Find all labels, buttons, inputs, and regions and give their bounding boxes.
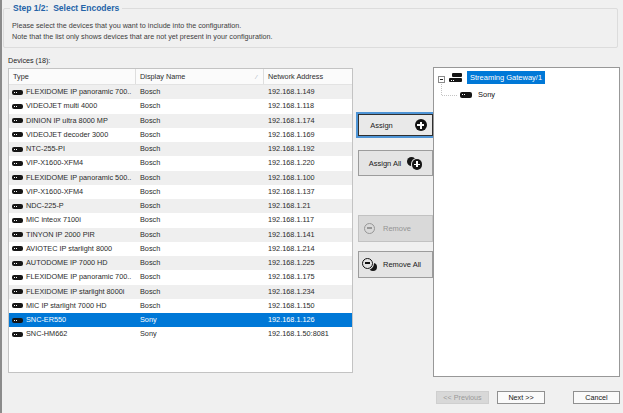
table-row[interactable]: FLEXIDOME IP panoramic 700..Bosch192.168… <box>9 270 352 284</box>
table-row[interactable]: NDC-225-PBosch192.168.1.21 <box>9 199 352 213</box>
device-type: MIC inteox 7100i <box>26 213 81 227</box>
device-type: VIP-X1600-XFM4 <box>26 185 83 199</box>
devices-table-body: FLEXIDOME IP panoramic 700..Bosch192.168… <box>9 85 352 342</box>
remove-button[interactable]: Remove <box>358 215 433 242</box>
device-type: MIC IP starlight 7000 HD <box>26 299 107 313</box>
table-row[interactable]: VIDEOJET decoder 3000Bosch192.168.1.169 <box>9 128 352 142</box>
encoder-icon <box>12 289 23 294</box>
table-row[interactable]: AUTODOME IP 7000 HDBosch192.168.1.225 <box>9 256 352 270</box>
table-row[interactable]: VIDEOJET multi 4000Bosch192.168.1.118 <box>9 99 352 113</box>
table-row[interactable]: NTC-255-PIBosch192.168.1.192 <box>9 142 352 156</box>
device-network-address: 192.168.1.150 <box>264 299 352 313</box>
device-network-address: 192.168.1.169 <box>264 128 352 142</box>
table-row[interactable]: MIC inteox 7100iBosch192.168.1.117 <box>9 213 352 227</box>
collapse-icon[interactable] <box>438 76 445 83</box>
device-display-name: Bosch <box>136 285 264 299</box>
device-display-name: Bosch <box>136 256 264 270</box>
table-row[interactable]: FLEXIDOME IP panoramic 700..Bosch192.168… <box>9 85 352 99</box>
device-type: DINION IP ultra 8000 MP <box>26 114 108 128</box>
device-type: VIP-X1600-XFM4 <box>26 156 83 170</box>
device-display-name: Bosch <box>136 128 264 142</box>
table-row[interactable]: DINION IP ultra 8000 MPBosch192.168.1.17… <box>9 114 352 128</box>
next-button[interactable]: Next >> <box>497 391 545 404</box>
table-row[interactable]: MIC IP starlight 7000 HDBosch192.168.1.1… <box>9 299 352 313</box>
table-row[interactable]: FLEXIDOME IP starlight 8000iBosch192.168… <box>9 285 352 299</box>
assigned-devices-tree: Streaming Gateway/1 Sony <box>433 67 620 377</box>
remove-button-label: Remove <box>383 224 411 233</box>
remove-all-button-label: Remove All <box>383 260 421 269</box>
plus-all-icon <box>407 157 422 170</box>
device-network-address: 192.168.1.220 <box>264 156 352 170</box>
encoder-icon <box>12 218 23 223</box>
device-display-name: Bosch <box>136 114 264 128</box>
encoder-icon <box>12 189 23 194</box>
device-display-name: Sony <box>136 313 264 327</box>
device-network-address: 192.168.1.225 <box>264 256 352 270</box>
previous-button[interactable]: << Previous <box>436 391 489 404</box>
device-type: TINYON IP 2000 PIR <box>26 228 95 242</box>
device-type: SNC-ER550 <box>26 313 66 327</box>
device-type: FLEXIDOME IP panoramic 700.. <box>26 270 131 284</box>
tree-node-streaming-gateway[interactable]: Streaming Gateway/1 <box>467 71 545 84</box>
tree-node-sony[interactable]: Sony <box>478 90 495 99</box>
device-type: VIDEOJET decoder 3000 <box>26 128 108 142</box>
assign-all-button[interactable]: Assign All <box>358 150 433 176</box>
device-display-name: Bosch <box>136 228 264 242</box>
device-network-address: 192.168.1.192 <box>264 142 352 156</box>
streaming-gateway-icon <box>449 72 464 84</box>
device-network-address: 192.168.1.174 <box>264 114 352 128</box>
device-type: AVIOTEC IP starlight 8000 <box>26 242 112 256</box>
column-header-display-name[interactable]: Display Name∕ <box>136 69 264 84</box>
tree-connector-horizontal <box>442 95 457 96</box>
encoder-icon <box>12 318 23 323</box>
encoder-icon <box>12 90 23 95</box>
device-display-name: Bosch <box>136 199 264 213</box>
remove-all-button[interactable]: Remove All <box>358 251 433 278</box>
sort-indicator-icon: ∕ <box>256 70 257 85</box>
device-display-name: Bosch <box>136 213 264 227</box>
cancel-button[interactable]: Cancel <box>573 391 620 404</box>
encoder-icon <box>12 261 23 266</box>
device-network-address: 192.168.1.126 <box>264 313 352 327</box>
encoder-icon <box>12 204 23 209</box>
device-network-address: 192.168.1.50:8081 <box>264 327 352 341</box>
step-title: Step 1/2: Select Encoders <box>10 3 122 13</box>
assign-all-button-label: Assign All <box>369 159 402 168</box>
device-network-address: 192.168.1.118 <box>264 99 352 113</box>
table-row[interactable]: TINYON IP 2000 PIRBosch192.168.1.141 <box>9 228 352 242</box>
table-row[interactable]: SNC-HM662Sony192.168.1.50:8081 <box>9 327 352 341</box>
device-display-name: Bosch <box>136 171 264 185</box>
minus-icon <box>364 223 375 234</box>
plus-icon <box>415 119 427 131</box>
table-row[interactable]: VIP-X1600-XFM4Bosch192.168.1.137 <box>9 185 352 199</box>
encoder-icon <box>12 246 23 251</box>
device-type: AUTODOME IP 7000 HD <box>26 256 108 270</box>
device-type: FLEXIDOME IP panoramic 500.. <box>26 171 131 185</box>
table-row[interactable]: VIP-X1600-XFM4Bosch192.168.1.220 <box>9 156 352 170</box>
encoder-icon <box>12 161 23 166</box>
table-row[interactable]: AVIOTEC IP starlight 8000Bosch192.168.1.… <box>9 242 352 256</box>
table-row[interactable]: FLEXIDOME IP panoramic 500..Bosch192.168… <box>9 171 352 185</box>
encoder-icon <box>12 175 23 180</box>
device-display-name: Bosch <box>136 99 264 113</box>
encoder-icon <box>12 275 23 280</box>
device-display-name: Bosch <box>136 85 264 99</box>
device-type: SNC-HM662 <box>26 327 67 341</box>
assign-button[interactable]: Assign <box>358 114 433 136</box>
device-network-address: 192.168.1.141 <box>264 228 352 242</box>
device-network-address: 192.168.1.214 <box>264 242 352 256</box>
encoder-icon <box>12 232 23 237</box>
device-network-address: 192.168.1.21 <box>264 199 352 213</box>
column-header-network-address[interactable]: Network Address <box>264 69 352 84</box>
device-network-address: 192.168.1.100 <box>264 171 352 185</box>
device-type: VIDEOJET multi 4000 <box>26 99 97 113</box>
column-header-type[interactable]: Type <box>9 69 136 84</box>
device-type: NTC-255-PI <box>26 142 65 156</box>
table-row[interactable]: SNC-ER550Sony192.168.1.126 <box>9 313 352 327</box>
device-display-name: Sony <box>136 327 264 341</box>
encoder-icon <box>12 132 23 137</box>
device-network-address: 192.168.1.149 <box>264 85 352 99</box>
devices-table-header: Type Display Name∕ Network Address <box>9 69 352 85</box>
device-display-name: Bosch <box>136 242 264 256</box>
device-network-address: 192.168.1.117 <box>264 213 352 227</box>
